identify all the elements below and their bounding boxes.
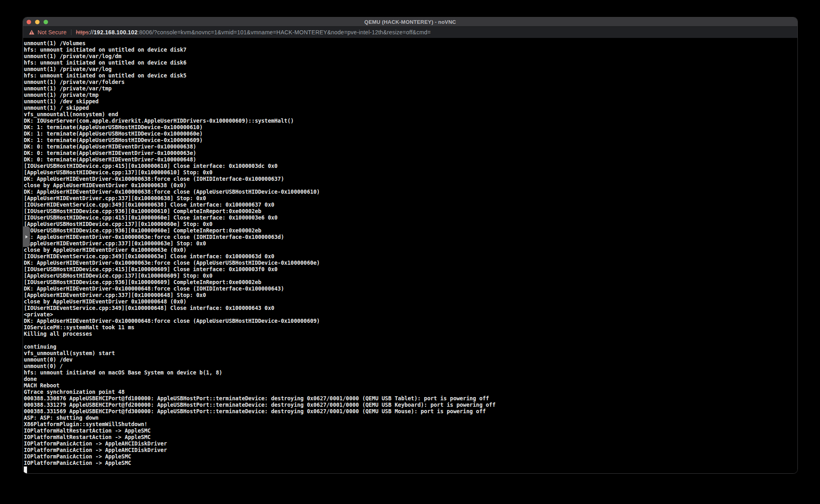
console-line: <private> bbox=[24, 312, 797, 318]
traffic-lights bbox=[23, 20, 48, 24]
window-titlebar[interactable]: QEMU (HACK-MONTEREY) - noVNC bbox=[23, 17, 797, 27]
warning-triangle-icon bbox=[29, 29, 35, 35]
url-separator: :// bbox=[89, 29, 94, 36]
console-line: DK: IOUserServer(com.apple.driverkit.App… bbox=[24, 118, 797, 124]
console-line: MACH Reboot bbox=[24, 383, 797, 389]
console-line: DK: AppleUserHIDEventDriver-0x10000063e:… bbox=[24, 260, 797, 266]
console-line: [IOUserUSBHostHIDDevice.cpp:415][0x10000… bbox=[24, 215, 797, 221]
url-path: :8006/?console=kvm&novnc=1&vmid=101&vmna… bbox=[138, 29, 431, 36]
console-line: unmount(1) /Volumes bbox=[24, 40, 797, 47]
console-line: [IOUserUSBHostHIDDevice.cpp:936][0x10000… bbox=[24, 228, 797, 234]
console-line: [AppleUserHIDEventDriver.cpp:337][0x1000… bbox=[24, 292, 797, 299]
console-line: [IOUserUSBHostHIDDevice.cpp:415][0x10000… bbox=[24, 163, 797, 169]
console-line: DK: 1: terminate(AppleUserUSBHostHIDDevi… bbox=[24, 137, 797, 144]
console-line: 000388.331279 AppleUSBEHCIPort@fd200000:… bbox=[24, 402, 797, 408]
console-line: unmount(1) /private/tmp bbox=[24, 92, 797, 98]
console-line: [IOUserHIDEventService.cpp:349][0x100000… bbox=[24, 305, 797, 312]
console-line: done bbox=[24, 376, 797, 383]
chevron-right-icon bbox=[25, 235, 28, 238]
console-line: unmount(1) / skipped bbox=[24, 105, 797, 111]
console-line: [IOUserUSBHostHIDDevice.cpp:415][0x10000… bbox=[24, 266, 797, 273]
console-line: hfs: unmount initiated on untitled on de… bbox=[24, 73, 797, 79]
url-field[interactable]: https://192.168.100.102:8006/?console=kv… bbox=[76, 29, 431, 36]
console-line bbox=[24, 337, 797, 344]
browser-window: QEMU (HACK-MONTEREY) - noVNC Not Secure … bbox=[23, 17, 798, 474]
console-line: IOPlatformHaltRestartAction -> AppleSMC bbox=[24, 434, 797, 441]
console-line: ASP: ASP: shutting down bbox=[24, 415, 797, 421]
console-line: DK: AppleUserHIDEventDriver-0x100000648:… bbox=[24, 318, 797, 324]
console-line: [AppleUserUSBHostHIDDevice.cpp:137][0x10… bbox=[24, 273, 797, 279]
console-line: 000388.330876 AppleUSBEHCIPort@fd100000:… bbox=[24, 395, 797, 402]
not-secure-label[interactable]: Not Secure bbox=[38, 29, 67, 36]
console-line: vfs_unmountall(nonsystem) end bbox=[24, 111, 797, 118]
console-line: Killing all processes bbox=[24, 331, 797, 337]
console-line: IOPlatformPanicAction -> AppleSMC bbox=[24, 460, 797, 466]
console-line: [AppleUserUSBHostHIDDevice.cpp:137][0x10… bbox=[24, 169, 797, 176]
vnc-console-screen[interactable]: unmount(1) /Volumeshfs: unmount initiate… bbox=[23, 38, 797, 473]
console-line: IOPlatformPanicAction -> AppleAHCIDiskDr… bbox=[24, 447, 797, 454]
console-line: [AppleUserHIDEventDriver.cpp:337][0x1000… bbox=[24, 240, 797, 247]
console-line: DK: 0: terminate(AppleUserHIDEventDriver… bbox=[24, 150, 797, 157]
url-host: 192.168.100.102 bbox=[94, 29, 138, 36]
console-line: unmount(1) /private/var/log/dm bbox=[24, 53, 797, 60]
console-line: [IOUserUSBHostHIDDevice.cpp:936][0x10000… bbox=[24, 208, 797, 215]
console-line: DK: AppleUserHIDEventDriver-0x100000638:… bbox=[24, 176, 797, 182]
console-line: unmount(1) /private/var/tmp bbox=[24, 86, 797, 92]
close-button[interactable] bbox=[27, 20, 31, 24]
console-line: DK: 0: terminate(AppleUserHIDEventDriver… bbox=[24, 144, 797, 150]
console-line: [AppleUserUSBHostHIDDevice.cpp:137][0x10… bbox=[24, 221, 797, 228]
window-title: QEMU (HACK-MONTEREY) - noVNC bbox=[23, 19, 797, 25]
console-line: unmount(0) /dev bbox=[24, 357, 797, 363]
console-line: IOServicePH::systemHalt took 11 ms bbox=[24, 324, 797, 331]
console-line: DK: 1: terminate(AppleUserUSBHostHIDDevi… bbox=[24, 124, 797, 131]
console-line: [IOUserHIDEventService.cpp:349][0x100000… bbox=[24, 253, 797, 260]
console-line: hfs: unmount initiated on untitled on de… bbox=[24, 60, 797, 66]
console-line: DK: 0: terminate(AppleUserHIDEventDriver… bbox=[24, 157, 797, 163]
console-line: hfs: unmount initiated on untitled on de… bbox=[24, 47, 797, 53]
zoom-button[interactable] bbox=[44, 20, 48, 24]
console-line: DK: AppleUserHIDEventDriver-0x100000638:… bbox=[24, 189, 797, 195]
console-line: IOPlatformPanicAction -> AppleAHCIDiskDr… bbox=[24, 441, 797, 447]
url-scheme: https bbox=[76, 29, 89, 36]
console-line: unmount(0) / bbox=[24, 363, 797, 370]
minimize-button[interactable] bbox=[35, 20, 40, 24]
console-line: unmount(1) /private/var/log bbox=[24, 66, 797, 73]
console-line: close by AppleUserHIDEventDriver 0x10000… bbox=[24, 299, 797, 305]
console-line: close by AppleUserHIDEventDriver 0x10000… bbox=[24, 247, 797, 253]
console-line: X86PlatformPlugin::systemWillShutdown! bbox=[24, 421, 797, 428]
console-line: unmount(1) /dev skipped bbox=[24, 98, 797, 105]
console-line: close by AppleUserHIDEventDriver 0x10000… bbox=[24, 182, 797, 189]
console-line: DK: 1: terminate(AppleUserUSBHostHIDDevi… bbox=[24, 131, 797, 137]
console-line: DK: AppleUserHIDEventDriver-0x100000648:… bbox=[24, 286, 797, 292]
console-line: IOPlatformHaltRestartAction -> AppleSMC bbox=[24, 428, 797, 434]
address-bar-divider bbox=[71, 29, 71, 35]
console-line: [IOUserHIDEventService.cpp:349][0x100000… bbox=[24, 202, 797, 208]
console-line: vfs_unmountall(system) start bbox=[24, 350, 797, 357]
console-line: DK: AppleUserHIDEventDriver-0x10000063e:… bbox=[24, 234, 797, 240]
console-line: continuing bbox=[24, 344, 797, 350]
console-line: GTrace synchronization point 48 bbox=[24, 389, 797, 395]
console-line: unmount(1) /private/var/folders bbox=[24, 79, 797, 86]
console-line: 000388.331569 AppleUSBEHCIPort@fd300000:… bbox=[24, 408, 797, 415]
console-line: [IOUserUSBHostHIDDevice.cpp:936][0x10000… bbox=[24, 279, 797, 286]
console-line: hfs: unmount initiated on macOS Base Sys… bbox=[24, 370, 797, 376]
address-bar[interactable]: Not Secure https://192.168.100.102:8006/… bbox=[23, 27, 797, 38]
console-line: [AppleUserHIDEventDriver.cpp:337][0x1000… bbox=[24, 195, 797, 202]
text-cursor bbox=[24, 466, 27, 473]
console-output: unmount(1) /Volumeshfs: unmount initiate… bbox=[23, 38, 797, 466]
console-line: IOPlatformPanicAction -> AppleSMC bbox=[24, 454, 797, 460]
novnc-control-bar-handle[interactable] bbox=[23, 226, 30, 247]
